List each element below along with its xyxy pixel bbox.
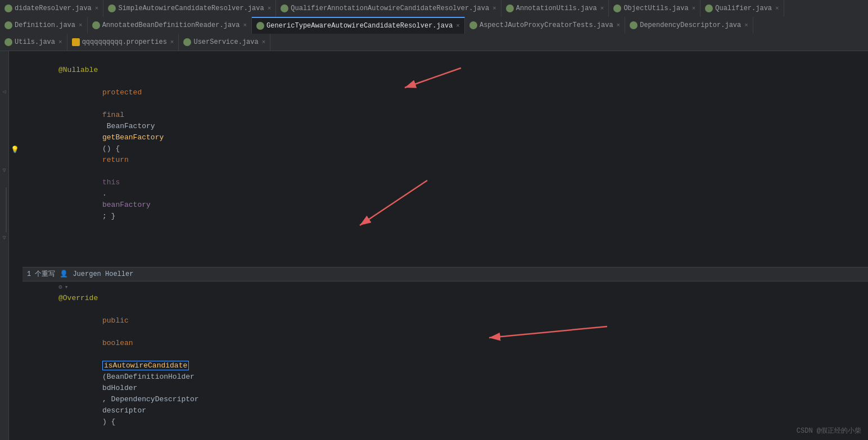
watermark: CSDN @假正经的小柴 (797, 426, 861, 436)
tab-close[interactable]: × (170, 39, 174, 46)
tab-generic-active[interactable]: GenericTypeAwareAutowireCandidateResolve… (252, 17, 465, 34)
tab-close[interactable]: × (492, 5, 496, 12)
tab-properties[interactable]: qqqqqqqqqq.properties × (67, 34, 179, 51)
tab-icon (506, 4, 514, 12)
tab-close[interactable]: × (692, 5, 696, 12)
tab-close[interactable]: × (456, 22, 460, 29)
tab-label: DependencyDescriptor.java (640, 21, 741, 29)
tab-icon (469, 21, 477, 29)
tab-label: didateResolver.java (15, 4, 92, 12)
tab-close[interactable]: × (262, 39, 266, 46)
toolbar-dropdown[interactable]: ▾ (65, 282, 69, 293)
tab-icon (630, 21, 638, 29)
tab-close[interactable]: × (600, 5, 604, 12)
tab-icon (108, 4, 116, 12)
code-layout: ◁ ▽ ▽ 💡 @Null (0, 51, 868, 440)
tab-row-2: Definition.java × AnnotatedBeanDefinitio… (0, 17, 868, 34)
tab-label: AspectJAutoProxyCreatorTests.java (480, 21, 613, 29)
fold-marker[interactable]: ▽ (2, 165, 6, 176)
tab-candidate-resolver[interactable]: didateResolver.java × (0, 0, 103, 17)
tab-annotated[interactable]: AnnotatedBeanDefinitionReader.java × (88, 17, 252, 34)
empty-line (22, 256, 868, 267)
tab-close[interactable]: × (58, 39, 62, 46)
tab-simple[interactable]: SimpleAutowireCandidateResolver.java × (103, 0, 276, 17)
tab-row-1: didateResolver.java × SimpleAutowireCand… (0, 0, 868, 17)
fold-marker[interactable]: ▽ (2, 232, 6, 243)
tab-close[interactable]: × (775, 5, 779, 12)
tab-close[interactable]: × (744, 22, 748, 29)
override-count: 1 个重写 (27, 269, 55, 280)
tab-label: SimpleAutowireCandidateResolver.java (118, 4, 264, 12)
code-line-nullable: @Nullable (22, 65, 868, 76)
tab-utils[interactable]: Utils.java × (0, 34, 67, 51)
tab-definition[interactable]: Definition.java × (0, 17, 88, 34)
gutter-icons-area: 💡 (9, 51, 20, 440)
tab-icon (705, 4, 713, 12)
lightbulb-icon[interactable]: 💡 (9, 144, 20, 155)
author-name: Juergen Hoeller (73, 269, 133, 280)
tab-icon (4, 4, 12, 12)
tab-close[interactable]: × (79, 22, 83, 29)
tab-close[interactable]: × (268, 5, 272, 12)
tab-label: AnnotationUtils.java (516, 4, 597, 12)
tab-label: qqqqqqqqqq.properties (82, 38, 167, 46)
code-line-method-decl: public boolean isAutowireCandidate (Bean… (22, 304, 868, 439)
tab-icon (92, 21, 100, 29)
tab-icon (4, 38, 12, 46)
tab-close[interactable]: × (95, 5, 99, 12)
tab-label: GenericTypeAwareAutowireCandidateResolve… (266, 22, 453, 30)
tab-object-utils[interactable]: ObjectUtils.java × (609, 0, 700, 17)
tab-label: UserService.java (193, 38, 258, 46)
sidebar-gutter: ◁ ▽ ▽ (0, 51, 9, 440)
tab-icon (281, 4, 288, 12)
tab-bar: didateResolver.java × SimpleAutowireCand… (0, 0, 868, 51)
tab-icon (72, 38, 80, 46)
fold-marker[interactable]: ◁ (2, 86, 6, 97)
tab-dependency[interactable]: DependencyDescriptor.java × (625, 17, 753, 34)
tab-qualifier2[interactable]: Qualifier.java × (700, 0, 784, 17)
author-icon: 👤 (60, 269, 68, 280)
code-content: @Nullable protected final BeanFactory ge… (20, 51, 868, 440)
tab-icon (256, 22, 264, 30)
tab-close[interactable]: × (617, 22, 621, 29)
toolbar-icon: ⚙ (58, 282, 62, 293)
tab-label: Utils.java (15, 38, 55, 46)
tab-label: ObjectUtils.java (623, 4, 688, 12)
tab-qualifier[interactable]: QualifierAnnotationAutowireCandidateReso… (276, 0, 501, 17)
tab-icon (4, 21, 12, 29)
tab-label: Definition.java (15, 21, 75, 29)
tab-annotation-utils[interactable]: AnnotationUtils.java × (501, 0, 609, 17)
code-editor: ◁ ▽ ▽ 💡 @Null (0, 51, 868, 440)
empty-line (22, 53, 868, 65)
empty-line (22, 244, 868, 256)
code-line-override: @Override (22, 293, 868, 304)
tab-label: Qualifier.java (715, 4, 772, 12)
tab-label: QualifierAnnotationAutowireCandidateReso… (291, 4, 489, 12)
code-line-getbeanfactory: protected final BeanFactory getBeanFacto… (22, 76, 868, 233)
code-toolbar: ⚙ ▾ (22, 282, 868, 293)
method-name-highlighted: isAutowireCandidate (102, 361, 189, 370)
code-info-bar: 1 个重写 👤 Juergen Hoeller (22, 267, 868, 282)
empty-line (22, 233, 868, 244)
tab-label: AnnotatedBeanDefinitionReader.java (102, 21, 240, 29)
tab-aspect[interactable]: AspectJAutoProxyCreatorTests.java × (465, 17, 625, 34)
tab-icon (613, 4, 621, 12)
tab-userservice[interactable]: UserService.java × (179, 34, 270, 51)
tab-row-3: Utils.java × qqqqqqqqqq.properties × Use… (0, 34, 868, 51)
tab-close[interactable]: × (243, 22, 247, 29)
tab-icon (183, 38, 191, 46)
